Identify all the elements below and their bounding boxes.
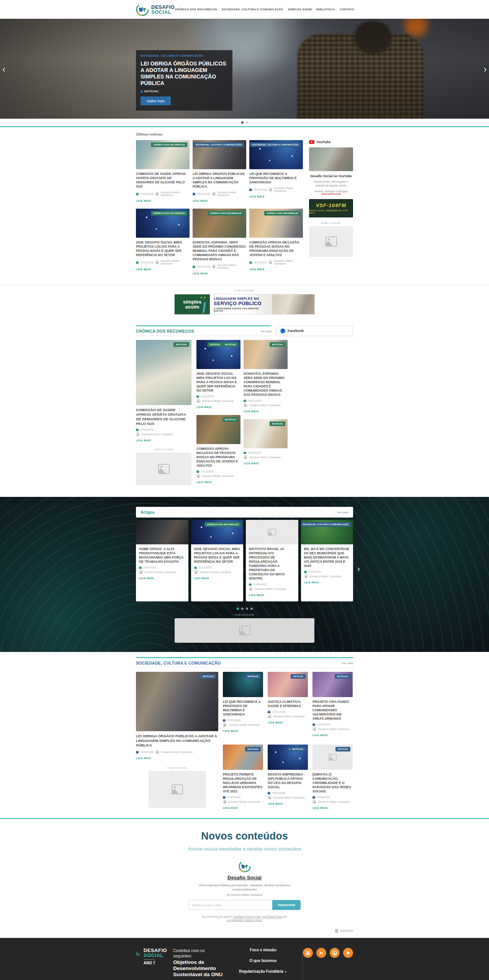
leia-mais-link[interactable]: LEIA MAIS [249, 195, 265, 198]
news-card-image[interactable]: CRÔNICA DOS RECOMEÇOS [136, 140, 190, 169]
youtube-video-title[interactable]: Desafio Social no YouTube [309, 174, 353, 178]
sociedade-card[interactable]: NOTÍCIAS PROJETO PERMITE REGULARIZAÇÃO D… [223, 745, 263, 810]
nav-item-biblioteca[interactable]: BIBLIOTECA [316, 8, 335, 11]
saiba-mais-button[interactable]: Saiba mais [141, 96, 171, 105]
nav-item-cronica[interactable]: CRÔNICA DOS RECOMEÇOS [175, 8, 217, 11]
news-card-image[interactable]: SOCIEDADE, CULTURA E COMUNICAÇÃO [193, 140, 246, 169]
category-badge[interactable]: CRÔNICA DOS RECOMEÇOS [151, 211, 187, 216]
category-badge[interactable]: NOTÍCIAS [245, 747, 261, 751]
facebook-widget[interactable]: f Facebook [276, 325, 353, 336]
card-image[interactable]: ARTIGOS [268, 672, 308, 697]
news-card[interactable]: CRÔNICA DOS RECOMEÇOS COMISSÃO APROVA IN… [249, 209, 303, 276]
whatsapp-icon[interactable] [330, 948, 340, 958]
artigo-card[interactable]: HOME OFFICE: A ALTA PRODUTIVIDADE ESTÁ M… [136, 520, 188, 601]
artigos-next-icon[interactable]: › [357, 564, 360, 573]
cronica-card[interactable]: ARTIGOS NOTÍCIAS 2026: DESAFIO SOCIAL MI… [196, 340, 240, 410]
card-title[interactable]: REVISTA EMPREENDA (SP) PUBLICA ARTIGO DO… [268, 773, 308, 789]
news-card-image[interactable]: CRÔNICA DOS RECOMEÇOS [193, 209, 246, 238]
artigo-card[interactable]: INSTITUTO BRASIL JÁ ENTREGOU 573 PROCESS… [246, 520, 298, 601]
carousel-dot-2[interactable] [246, 121, 248, 124]
footer-link-o-que-fazemos[interactable]: O que fazemos [229, 959, 297, 963]
simples-assim-banner[interactable]: ✦ ✦ simples assim LINGUAGEM SIMPLES NO S… [174, 294, 315, 315]
card-title[interactable]: JUSTIÇA CLIMÁTICA, SAÚDE E EPIDEMIAS [268, 700, 308, 708]
footer-link-foco[interactable]: Foco e missão [229, 948, 297, 952]
nav-item-simples-assim[interactable]: SIMPLES ASSIM [288, 8, 312, 11]
card-title[interactable]: INSTITUTO BRASIL JÁ ENTREGOU 573 PROCESS… [249, 547, 295, 581]
news-card-title[interactable]: LEI QUE RECONHECE A PROFISSÃO DE MULTIMÍ… [249, 172, 303, 185]
card-title[interactable]: DONOSTIA, ESPANHA, SERÁ SEDE DO PRÓXIMO … [244, 372, 288, 397]
card-title[interactable]: HOME OFFICE: A ALTA PRODUTIVIDADE ESTÁ M… [139, 547, 185, 564]
category-badge[interactable]: ARTIGOS [291, 674, 306, 679]
card-image-placeholder[interactable] [246, 520, 298, 544]
leia-mais-link[interactable]: LEIA MAIS [244, 462, 259, 465]
leia-mais-link[interactable]: LEIA MAIS [304, 581, 319, 584]
category-badge[interactable]: CRÔNICA DOS RECOMEÇOS [208, 211, 244, 216]
carousel-prev-icon[interactable]: ‹ [2, 65, 5, 74]
leia-mais-link[interactable]: LEIA MAIS [312, 807, 328, 809]
cronica-featured-card[interactable]: NOTÍCIAS COMISSÃO DE SAÚDE APROVA OFERTA… [136, 340, 191, 490]
card-image[interactable]: NOTÍCIAS [244, 419, 288, 448]
sociedade-card[interactable]: NOTÍCIAS PROJETO CRIA FUNDO PARA APOIAR … [312, 672, 353, 738]
leia-mais-link[interactable]: LEIA MAIS [136, 757, 151, 760]
news-card-title[interactable]: DONOSTIA, ESPANHA, SERÁ SEDE DO PRÓXIMO … [193, 240, 246, 261]
cronica-card[interactable]: NOTÍCIAS COMISSÃO APROVA INCLUSÃO DE PES… [196, 415, 240, 485]
leia-mais-link[interactable]: LEIA MAIS [312, 734, 328, 737]
artigo-card[interactable]: CRÔNICA DOS RECOMEÇOS 2026: DESAFIO SOCI… [191, 520, 244, 601]
news-card[interactable]: SOCIEDADE, CULTURA E COMUNICAÇÃO LEI QUE… [249, 140, 303, 203]
leia-mais-link[interactable]: LEIA MAIS [223, 807, 238, 809]
artigos-dot-1[interactable] [237, 608, 239, 610]
card-image[interactable]: NOTÍCIAS [223, 672, 263, 697]
featured-title[interactable]: COMISSÃO DE SAÚDE APROVA OFERTA GRATUITA… [136, 408, 191, 426]
featured-image[interactable]: NOTÍCIAS [136, 340, 191, 405]
news-card-title[interactable]: COMISSÃO APROVA INCLUSÃO DE PESSOAS IDOS… [249, 240, 303, 257]
cronica-section-title[interactable]: CRÔNICA DOS RECOMEÇOS [136, 329, 194, 333]
artigo-card[interactable]: SOCIEDADE, CULTURA E COMUNICAÇÃO MG, BA … [301, 520, 353, 601]
category-badge[interactable]: SOCIEDADE, CULTURA E COMUNICAÇÃO [250, 142, 301, 147]
ad-placeholder[interactable] [136, 452, 191, 485]
news-card[interactable]: CRÔNICA DOS RECOMEÇOS DONOSTIA, ESPANHA,… [193, 209, 246, 276]
category-badge[interactable]: CRÔNICA DOS RECOMEÇOS [151, 142, 187, 147]
category-badge[interactable]: CRÔNICA DOS RECOMEÇOS [264, 211, 301, 216]
card-image[interactable]: SOCIEDADE, CULTURA E COMUNICAÇÃO [301, 520, 353, 544]
category-badge[interactable]: CRÔNICA DOS RECOMEÇOS [204, 522, 241, 527]
substack-social-icon[interactable] [303, 948, 313, 958]
artigos-dot-3[interactable] [246, 608, 248, 610]
card-title[interactable]: LEI QUE RECONHECE A PROFISSÃO DE MULTIMÍ… [223, 700, 263, 717]
privacy-policy-link[interactable]: our Privacy Policy [262, 915, 282, 918]
category-badge[interactable]: NOTÍCIAS [270, 421, 285, 426]
card-image[interactable]: NOTÍCIAS [312, 672, 353, 697]
ad-placeholder[interactable] [149, 771, 206, 808]
leia-mais-link[interactable]: LEIA MAIS [194, 577, 209, 580]
ver-mais-link[interactable]: Ver mais [337, 511, 348, 514]
nav-item-contato[interactable]: CONTATO [340, 8, 354, 11]
email-input[interactable] [188, 900, 272, 910]
footer-logo[interactable]: DESAFIO SOCIAL ANO 7 Contribui com os se… [136, 948, 223, 978]
leia-mais-link[interactable]: LEIA MAIS [139, 577, 154, 580]
cronica-card[interactable]: NOTÍCIAS 18/12/2025 Giovanni Weber Scara… [244, 419, 288, 466]
card-title[interactable]: MG, BA E MS CONCENTRAM OS DEZ MUNICÍPIOS… [304, 547, 350, 568]
sociedade-card[interactable]: NOTÍCIAS REVISTA EMPREENDA (SP) PUBLICA … [268, 745, 308, 810]
leia-mais-link[interactable]: LEIA MAIS [193, 199, 208, 202]
hero-title[interactable]: LEI OBRIGA ÓRGÃOS PÚBLICOS A ADOTAR A LI… [141, 60, 228, 87]
card-image[interactable]: NOTÍCIAS [268, 745, 308, 770]
ad-placeholder[interactable] [309, 226, 353, 257]
leia-mais-link[interactable]: LEIA MAIS [196, 406, 212, 408]
nav-item-sociedade[interactable]: SOCIEDADE, CULTURA E COMUNICAÇÃO [222, 8, 283, 11]
carousel-next-icon[interactable]: › [484, 65, 487, 74]
substack-wordmark[interactable]: substack [136, 929, 353, 933]
card-image[interactable]: ARTIGOS NOTÍCIAS [196, 340, 240, 369]
cronica-card[interactable]: NOTÍCIAS DONOSTIA, ESPANHA, SERÁ SEDE DO… [244, 340, 288, 414]
news-card-title[interactable]: COMISSÃO DE SAÚDE APROVA OFERTA GRATUITA… [136, 172, 190, 189]
artigos-dot-2[interactable] [241, 608, 244, 610]
leia-mais-link[interactable]: LEIA MAIS [196, 481, 212, 483]
leia-mais-link[interactable]: LEIA MAIS [193, 272, 208, 275]
leia-mais-link[interactable]: LEIA MAIS [136, 268, 151, 271]
leia-mais-link[interactable]: LEIA MAIS [136, 199, 151, 202]
card-title[interactable]: 2026: DESAFIO SOCIAL MIRA PROJETOS LOCAI… [196, 372, 240, 393]
information-notice-link[interactable]: our Information collection notice [227, 919, 262, 921]
sociedade-card[interactable]: ARTIGOS JUSTIÇA CLIMÁTICA, SAÚDE E EPIDE… [268, 672, 308, 738]
leia-mais-link[interactable]: LEIA MAIS [223, 730, 238, 732]
news-card-title[interactable]: 2026: DESAFIO SOCIAL MIRA PROJETOS LOCAI… [136, 240, 190, 257]
sociedade-section-title[interactable]: SOCIEDADE, CULTURA E COMUNICAÇÃO [136, 661, 221, 665]
card-image[interactable]: NOTÍCIAS [196, 415, 240, 444]
